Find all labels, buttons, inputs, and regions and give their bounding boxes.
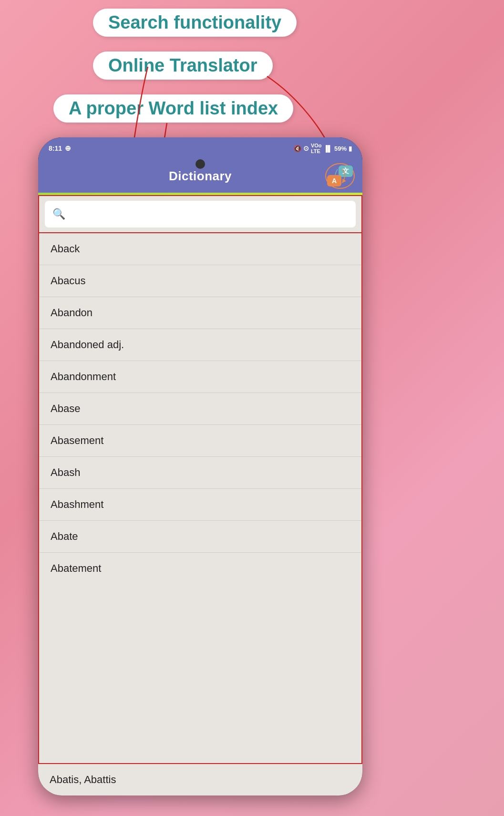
mute-icon: 🔇 — [294, 145, 301, 152]
list-item[interactable]: Abandon — [39, 297, 361, 329]
wifi-icon: ⊙ — [303, 145, 309, 152]
word-list-index-label: A proper Word list index — [53, 94, 293, 123]
status-left: 8:11 ⊕ — [49, 144, 71, 153]
list-item[interactable]: Abash — [39, 457, 361, 489]
phone-frame: 8:11 ⊕ 🔇 ⊙ VOoLTE ▐▌ 59% ▮ Dictionary 文 — [38, 137, 362, 795]
word-list: Aback Abacus Abandon Abandoned adj. Aban… — [38, 233, 362, 764]
search-area: 🔍 — [38, 195, 362, 233]
search-input-wrapper[interactable]: 🔍 — [45, 201, 356, 227]
search-input[interactable] — [71, 209, 348, 219]
battery-icon: ▮ — [349, 145, 352, 152]
phone-content: 🔍 Aback Abacus Abandon Abandoned adj. Ab… — [38, 195, 362, 795]
list-item[interactable]: Abatement — [39, 553, 361, 584]
status-right: 🔇 ⊙ VOoLTE ▐▌ 59% ▮ — [294, 143, 352, 154]
list-item[interactable]: Abandonment — [39, 361, 361, 393]
search-icon: 🔍 — [52, 208, 65, 220]
list-item[interactable]: Abase — [39, 393, 361, 425]
signal-icon: ▐▌ — [324, 145, 332, 152]
battery-percent: 59% — [334, 145, 347, 152]
app-title: Dictionary — [169, 169, 232, 184]
status-time: 8:11 — [49, 145, 62, 152]
list-item[interactable]: Abandoned adj. — [39, 329, 361, 361]
list-item[interactable]: Aback — [39, 233, 361, 265]
translate-button[interactable]: 文 A — [325, 163, 355, 189]
camera-notch — [195, 159, 205, 169]
translate-en-box: A — [327, 175, 341, 186]
search-functionality-label: Search functionality — [93, 9, 297, 37]
status-bar: 8:11 ⊕ 🔇 ⊙ VOoLTE ▐▌ 59% ▮ — [38, 137, 362, 159]
online-translator-label: Online Translator — [93, 52, 273, 80]
lte-icon: VOoLTE — [311, 143, 322, 154]
translate-button-inner: 文 A — [327, 165, 353, 186]
list-item-partial[interactable]: Abatis, Abattis — [38, 764, 362, 795]
list-item[interactable]: Abasement — [39, 425, 361, 457]
list-item[interactable]: Abacus — [39, 265, 361, 297]
list-item[interactable]: Abashment — [39, 489, 361, 521]
list-item[interactable]: Abate — [39, 521, 361, 553]
whatsapp-icon: ⊕ — [65, 144, 71, 153]
